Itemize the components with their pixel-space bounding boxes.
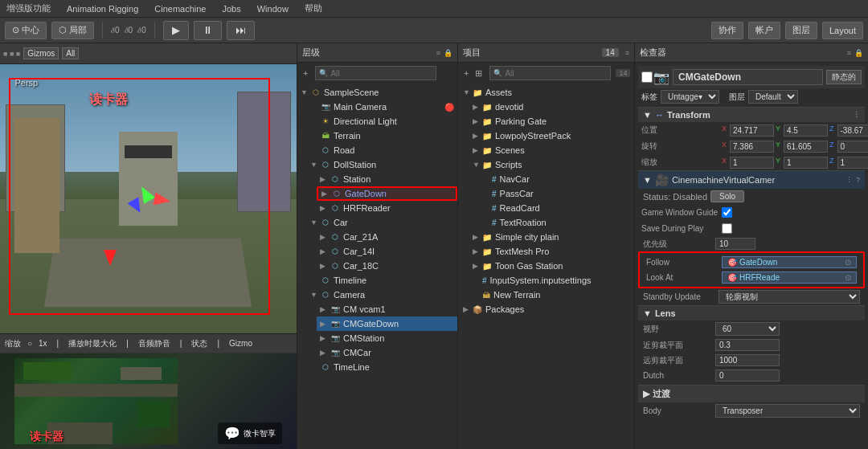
playmax-label[interactable]: 播放时最大化 [68,338,117,349]
body-select[interactable]: Transposer [715,404,860,418]
project-item-scenes[interactable]: ▶ 📁 Scenes [468,143,634,157]
lens-header[interactable]: ▼ Lens [638,305,865,320]
rotation-z-input[interactable] [837,141,868,153]
rotation-x-input[interactable] [730,141,774,153]
cinemachine-header[interactable]: ▼ 🎥 CinemachineVirtualCamer ⋮ ? [638,170,865,189]
tree-item-cmcar[interactable]: ▶ 📷 CMCar [317,345,457,360]
project-item-readcard[interactable]: # ReadCard [477,201,634,215]
pause-button[interactable]: ⏸ [194,21,222,40]
cinemachine-menu[interactable]: ⋮ [845,176,853,184]
tree-item-cmstation[interactable]: ▶ 📷 CMStation [317,331,457,345]
gamewindow-checkbox[interactable] [722,207,732,218]
project-item-inputsystem[interactable]: # InputSystem.inputsettings [468,273,634,288]
scale-y-input[interactable] [784,157,828,169]
tree-item-gatedown[interactable]: ▶ ⬡ GateDown [317,186,457,201]
hierarchy-lock-icon[interactable]: 🔒 [444,49,452,57]
tree-item-maincam[interactable]: 📷 Main Camera 🔴 [307,100,457,114]
tree-item-car[interactable]: ▼ ⬡ Car [307,215,457,230]
menu-cinemachine[interactable]: Cinemachine [151,4,209,14]
transition-header[interactable]: ▶ 过渡 [638,385,865,402]
menu-window[interactable]: Window [254,4,292,14]
inspector-menu-icon[interactable]: ≡ [847,49,851,57]
priority-input[interactable] [715,238,755,250]
hierarchy-search-input[interactable] [330,69,432,78]
layers-button[interactable]: 图层 [785,22,817,39]
tag-select[interactable]: Untagge▾ [661,90,719,104]
center-button[interactable]: ⊙ 中心 [5,22,47,39]
project-item-scripts[interactable]: ▼ 📁 Scripts [468,157,634,172]
standby-select[interactable]: 轮廓视制 [719,290,860,304]
tree-item-cmgatedown[interactable]: ▶ 📷 CMGateDown [317,316,457,331]
project-item-navcar[interactable]: # NavCar [477,172,634,186]
add-project-button[interactable]: + [461,68,471,78]
static-button[interactable]: 静态的 [826,70,862,84]
saveduring-checkbox[interactable] [722,223,732,234]
gizmo-label[interactable]: Gizmo [229,339,252,348]
tree-item-dirlight[interactable]: ☀ Directional Light [307,114,457,129]
all-button[interactable]: All [62,47,79,59]
project-search-bar[interactable]: 🔍 [489,66,611,80]
cinemachine-help-icon[interactable]: ? [856,176,860,184]
tree-item-car14i[interactable]: ▶ ⬡ Car_14I [317,244,457,259]
layer-select[interactable]: Default [748,90,798,104]
tree-item-timeline[interactable]: ⬡ Timeline [307,273,457,288]
project-item-textmesh[interactable]: ▶ 📁 TextMesh Pro [468,244,634,259]
project-item-assets[interactable]: ▼ 📁 Assets [458,85,634,100]
fov-select[interactable]: 60 [715,322,780,336]
tree-item-car18c[interactable]: ▶ ⬡ Car_18C [317,259,457,273]
tree-item-hrfreader[interactable]: ▶ ⬡ HRFReader [317,201,457,215]
project-item-devotid[interactable]: ▶ 📁 devotid [468,100,634,114]
tree-item-terrain[interactable]: 🏔 Terrain [307,129,457,143]
menu-help[interactable]: 帮助 [301,2,326,14]
project-item-packages[interactable]: ▶ 📦 Packages [458,302,634,316]
menu-animation[interactable]: Animation Rigging [63,4,141,14]
position-y-input[interactable] [784,124,828,137]
hierarchy-menu-icon[interactable]: ≡ [436,49,440,57]
dutch-input[interactable] [715,369,780,382]
tree-item-samplescene[interactable]: ▼ ⬡ SampleScene [297,85,457,100]
add-hierarchy-button[interactable]: + [301,68,310,78]
step-button[interactable]: ⏭ [227,21,255,40]
object-active-checkbox[interactable] [641,71,653,83]
tree-item-road[interactable]: ⬡ Road [307,143,457,157]
transform-menu[interactable]: ⋮ [853,111,860,119]
menu-jobs[interactable]: Jobs [219,4,244,14]
tree-item-cmvcam1[interactable]: ▶ 📷 CM vcam1 [317,302,457,316]
project-item-toongas[interactable]: ▶ 📁 Toon Gas Station [468,259,634,273]
lookat-value[interactable]: 🎯 HRFReade ⊙ [722,271,857,284]
follow-value[interactable]: 🎯 GateDown ⊙ [722,256,857,268]
cooperate-button[interactable]: 协作 [711,22,743,39]
play-button[interactable]: ▶ [163,21,189,40]
inspector-lock-icon[interactable]: 🔒 [854,49,863,57]
audio-label[interactable]: 音频静音 [138,338,170,349]
local-button[interactable]: ⬡ 局部 [51,22,94,39]
rotation-y-input[interactable] [784,141,828,153]
project-menu-icon[interactable]: ≡ [625,49,629,57]
project-item-passcar[interactable]: # PassCar [477,186,634,201]
project-item-simplecity[interactable]: ▶ 📁 Simple city plain [468,230,634,244]
object-name-input[interactable] [673,69,823,85]
scale-z-input[interactable] [837,157,868,169]
tree-item-station[interactable]: ▶ ⬡ Station [317,172,457,186]
scene-bottom-panel[interactable]: 读卡器 💬 微卡智享 [0,353,297,449]
solo-button[interactable]: Solo [710,190,744,202]
lookat-edit-icon[interactable]: ⊙ [845,273,851,282]
account-button[interactable]: 帐户 [748,22,780,39]
tree-item-dollstation[interactable]: ▼ ⬡ DollStation [307,157,457,172]
state-label[interactable]: 状态 [191,338,207,349]
near-input[interactable] [715,339,780,351]
scene-view[interactable]: 读卡器 Persp [0,64,297,333]
follow-edit-icon[interactable]: ⊙ [845,258,851,267]
menu-enhanced[interactable]: 增强版功能 [3,2,54,14]
project-item-textroation[interactable]: # TextRoation [477,215,634,230]
gizmos-button[interactable]: Gizmos [23,47,59,59]
scale-x-input[interactable] [730,157,774,169]
project-item-parking[interactable]: ▶ 📁 Parking Gate [468,114,634,129]
transform-header[interactable]: ▼ ↔ Transform ⋮ [638,107,865,122]
position-x-input[interactable] [730,124,774,137]
tree-item-car21a[interactable]: ▶ ⬡ Car_21A [317,230,457,244]
layout-button[interactable]: Layout [822,22,863,39]
tree-item-timeline2[interactable]: ⬡ TimeLine [307,360,457,374]
tree-item-camera-group[interactable]: ▼ ⬡ Camera [307,288,457,302]
project-search-input[interactable] [505,69,607,78]
